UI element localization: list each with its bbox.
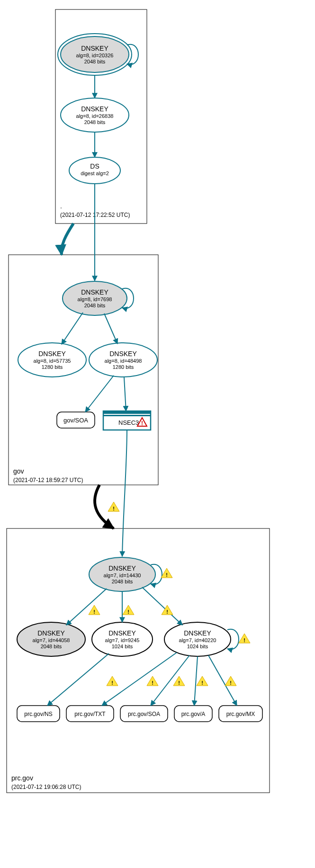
warning-icon: ! xyxy=(239,634,250,643)
edge-gov-zsk2-nsec3 xyxy=(124,377,126,411)
edge-nsec3-to-prc-ksk xyxy=(122,430,127,556)
svg-text:DNSKEY: DNSKEY xyxy=(81,288,108,296)
svg-text:DNSKEY: DNSKEY xyxy=(108,564,136,572)
edge-prc-k4-a xyxy=(194,656,198,706)
svg-text:prc.gov/MX: prc.gov/MX xyxy=(226,711,255,717)
svg-text:NSEC3: NSEC3 xyxy=(118,419,139,426)
warning-icon: ! xyxy=(107,676,118,686)
edge-prc-k3-ns xyxy=(47,653,109,706)
svg-text:!: ! xyxy=(166,609,168,615)
svg-text:!: ! xyxy=(111,680,113,686)
zone-gov-name: gov xyxy=(13,467,24,475)
warning-icon: ! xyxy=(173,676,185,686)
node-root-ds: DS digest alg=2 xyxy=(69,157,120,184)
zone-gov: gov (2021-07-12 18:59:27 UTC) DNSKEY alg… xyxy=(9,184,158,485)
node-prc-ns: prc.gov/NS xyxy=(17,706,60,722)
node-prc-ksk: DNSKEY alg=7, id=14430 2048 bits xyxy=(89,557,155,591)
svg-text:DNSKEY: DNSKEY xyxy=(81,45,108,52)
svg-text:!: ! xyxy=(166,572,168,578)
node-gov-nsec3: NSEC3 ! xyxy=(103,411,151,430)
node-prc-key-40220: DNSKEY alg=7, id=40220 1024 bits xyxy=(164,622,231,656)
svg-text:!: ! xyxy=(141,420,143,427)
edge-prc-k4-soa xyxy=(151,655,189,706)
svg-text:prc.gov/A: prc.gov/A xyxy=(181,711,206,717)
edge-gov-ksk-zsk2 xyxy=(104,313,117,344)
zone-prcgov-timestamp: (2021-07-12 19:06:28 UTC) xyxy=(11,784,81,790)
node-prc-key-44058: DNSKEY alg=7, id=44058 2048 bits xyxy=(17,622,85,656)
node-prc-mx: prc.gov/MX xyxy=(219,706,262,722)
svg-text:alg=7, id=9245: alg=7, id=9245 xyxy=(105,637,140,643)
svg-text:2048 bits: 2048 bits xyxy=(84,119,106,125)
svg-text:alg=8, id=48498: alg=8, id=48498 xyxy=(105,358,142,364)
svg-text:1280 bits: 1280 bits xyxy=(42,364,63,370)
svg-text:1024 bits: 1024 bits xyxy=(187,644,208,649)
node-prc-soa: prc.gov/SOA xyxy=(120,706,168,722)
svg-text:DNSKEY: DNSKEY xyxy=(38,350,66,358)
svg-text:!: ! xyxy=(113,506,115,511)
zone-root: . (2021-07-12 17:22:52 UTC) DNSKEY alg=8… xyxy=(55,9,147,224)
svg-text:1024 bits: 1024 bits xyxy=(112,644,133,649)
svg-text:DNSKEY: DNSKEY xyxy=(184,629,211,637)
warning-icon: ! xyxy=(108,502,119,511)
node-root-zsk: DNSKEY alg=8, id=26838 2048 bits xyxy=(61,98,129,132)
svg-text:alg=8, id=20326: alg=8, id=20326 xyxy=(76,53,114,58)
warning-icon: ! xyxy=(147,676,158,686)
svg-text:alg=7, id=40220: alg=7, id=40220 xyxy=(179,637,216,643)
svg-text:!: ! xyxy=(230,680,232,686)
svg-text:2048 bits: 2048 bits xyxy=(41,644,62,649)
svg-rect-30 xyxy=(103,415,151,416)
svg-text:prc.gov/TXT: prc.gov/TXT xyxy=(74,711,106,717)
svg-text:DNSKEY: DNSKEY xyxy=(81,105,108,113)
svg-text:!: ! xyxy=(127,609,129,615)
edge-prc-ksk-k4 xyxy=(142,587,182,625)
node-gov-zsk2: DNSKEY alg=8, id=48498 1280 bits xyxy=(89,343,157,377)
svg-text:!: ! xyxy=(152,680,153,686)
warning-icon: ! xyxy=(123,605,134,615)
node-gov-ksk: DNSKEY alg=8, id=7698 2048 bits xyxy=(63,281,127,315)
edge-root-to-gov-zone xyxy=(62,224,73,255)
zone-root-name: . xyxy=(60,202,62,210)
svg-text:!: ! xyxy=(201,680,203,686)
node-root-ksk: DNSKEY alg=8, id=20326 2048 bits xyxy=(58,34,132,75)
svg-text:DNSKEY: DNSKEY xyxy=(37,629,65,637)
warning-icon: ! xyxy=(225,676,236,686)
node-gov-zsk1: DNSKEY alg=8, id=57735 1280 bits xyxy=(18,343,86,377)
svg-text:alg=7, id=44058: alg=7, id=44058 xyxy=(33,637,70,643)
svg-text:digest alg=2: digest alg=2 xyxy=(81,170,109,176)
svg-text:2048 bits: 2048 bits xyxy=(112,579,133,584)
zone-prcgov-name: prc.gov xyxy=(11,774,33,782)
svg-text:2048 bits: 2048 bits xyxy=(84,303,106,308)
svg-text:alg=7, id=14430: alg=7, id=14430 xyxy=(104,573,141,578)
svg-text:1280 bits: 1280 bits xyxy=(113,364,134,370)
svg-text:alg=8, id=57735: alg=8, id=57735 xyxy=(34,358,71,364)
svg-text:prc.gov/NS: prc.gov/NS xyxy=(24,711,52,717)
svg-text:alg=8, id=26838: alg=8, id=26838 xyxy=(76,113,114,119)
warning-icon: ! xyxy=(89,605,100,615)
svg-text:!: ! xyxy=(93,609,95,615)
node-prc-txt: prc.gov/TXT xyxy=(66,706,114,722)
warning-icon: ! xyxy=(197,676,208,686)
svg-text:2048 bits: 2048 bits xyxy=(84,59,106,64)
svg-text:prc.gov/SOA: prc.gov/SOA xyxy=(128,711,160,717)
edge-gov-zsk2-soa xyxy=(85,376,114,412)
svg-text:DS: DS xyxy=(90,162,99,170)
node-prc-a: prc.gov/A xyxy=(174,706,212,722)
svg-text:DNSKEY: DNSKEY xyxy=(108,629,136,637)
edge-prc-ksk-k2 xyxy=(66,589,107,625)
svg-text:DNSKEY: DNSKEY xyxy=(109,350,137,358)
node-gov-soa: gov/SOA xyxy=(57,412,95,428)
svg-text:gov/SOA: gov/SOA xyxy=(63,417,88,424)
dnssec-graph: . (2021-07-12 17:22:52 UTC) DNSKEY alg=8… xyxy=(0,0,315,868)
warning-icon: ! xyxy=(161,568,172,578)
svg-text:!: ! xyxy=(178,680,180,686)
svg-text:alg=8, id=7698: alg=8, id=7698 xyxy=(78,296,112,302)
edge-gov-ksk-zsk1 xyxy=(62,313,83,344)
zone-gov-timestamp: (2021-07-12 18:59:27 UTC) xyxy=(13,477,83,483)
svg-text:!: ! xyxy=(243,637,245,643)
svg-rect-29 xyxy=(103,411,151,414)
node-prc-key-9245: DNSKEY alg=7, id=9245 1024 bits xyxy=(92,622,153,656)
zone-prcgov: prc.gov (2021-07-12 19:06:28 UTC) ! DNSK… xyxy=(7,430,270,793)
